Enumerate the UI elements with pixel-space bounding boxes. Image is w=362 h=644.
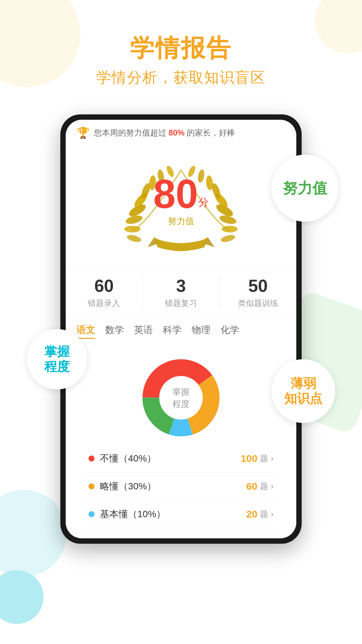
stat-desc-2: 类似题训练	[220, 298, 296, 309]
phone-container: 努力值 掌握 程度 薄弱 知识点 🏆 您本周的努力值超过 80% 的家长，好棒	[44, 114, 318, 544]
score-section: 80分 努力值	[66, 143, 296, 267]
legend-arrow-1: ›	[271, 482, 274, 491]
legend-item-1[interactable]: 略懂（30%） 60 题 ›	[83, 473, 279, 500]
score-number: 80	[153, 171, 198, 216]
tab-english[interactable]: 英语	[134, 324, 153, 339]
main-title: 学情报告	[96, 34, 266, 62]
legend-right-2: 20 题 ›	[246, 508, 274, 520]
legend-item-0[interactable]: 不懂（40%） 100 题 ›	[83, 445, 279, 473]
tab-physics[interactable]: 物理	[192, 324, 210, 339]
legend-left-0: 不懂（40%）	[88, 452, 156, 465]
legend-count-2: 20	[246, 508, 257, 520]
chart-section: 掌握程度 不懂（40%） 100 题 ›	[66, 344, 296, 538]
legend-unit-2: 题	[260, 509, 268, 520]
stats-row: 60 错题录入 3 错题复习 50 类似题训练	[66, 267, 296, 315]
phone-screen: 🏆 您本周的努力值超过 80% 的家长，好棒	[66, 120, 296, 538]
stat-number-2: 50	[220, 276, 296, 296]
legend-arrow-2: ›	[271, 509, 274, 519]
tab-chemistry[interactable]: 化学	[221, 324, 239, 339]
tab-math[interactable]: 数学	[105, 324, 124, 339]
donut-center-label: 掌握程度	[172, 386, 190, 410]
legend-item-2[interactable]: 基本懂（10%） 20 题 ›	[83, 500, 279, 528]
stat-similar-practice: 50 类似题训练	[220, 276, 296, 309]
legend-right-0: 100 题 ›	[241, 453, 274, 464]
sub-title: 学情分析，获取知识盲区	[96, 68, 266, 88]
stat-wrong-review: 3 错题复习	[143, 276, 220, 309]
phone-frame: 🏆 您本周的努力值超过 80% 的家长，好棒	[60, 114, 302, 544]
legend-label-2: 基本懂（10%）	[100, 508, 166, 521]
float-label-weak: 薄弱 知识点	[272, 359, 335, 423]
legend-unit-1: 题	[260, 481, 268, 492]
notification-text: 您本周的努力值超过 80% 的家长，好棒	[94, 127, 235, 138]
tab-chinese[interactable]: 语文	[76, 324, 95, 339]
stat-desc-0: 错题录入	[66, 298, 142, 309]
score-label: 努力值	[153, 215, 208, 227]
title-section: 学情报告 学情分析，获取知识盲区	[96, 34, 266, 88]
legend-label-1: 略懂（30%）	[100, 480, 156, 493]
donut-chart: 掌握程度	[134, 351, 228, 445]
legend-dot-1	[88, 483, 95, 489]
laurel-container: 80分 努力值	[121, 150, 241, 257]
legend-arrow-0: ›	[271, 454, 274, 463]
legend-count-1: 60	[246, 481, 257, 492]
float-label-mastery: 掌握 程度	[27, 329, 87, 389]
legend-unit-0: 题	[260, 453, 268, 464]
legend-right-1: 60 题 ›	[246, 481, 274, 492]
stat-wrong-entry: 60 错题录入	[66, 276, 143, 309]
stat-number-1: 3	[143, 276, 220, 296]
svg-point-17	[220, 234, 236, 244]
legend-count-0: 100	[241, 453, 257, 464]
score-display: 80分 努力值	[153, 174, 208, 227]
tab-science[interactable]: 科学	[163, 324, 182, 339]
page-content: 学情报告 学情分析，获取知识盲区 努力值 掌握 程度 薄弱 知识点 🏆 您本周的…	[0, 0, 362, 544]
legend-dot-2	[88, 511, 95, 517]
legend-section: 不懂（40%） 100 题 › 略懂（30%）	[76, 445, 286, 528]
notification-bar: 🏆 您本周的努力值超过 80% 的家长，好棒	[66, 120, 296, 143]
score-unit: 分	[198, 196, 209, 208]
svg-point-8	[126, 234, 142, 244]
bg-decoration-bottom-left2	[0, 570, 44, 624]
trophy-icon: 🏆	[76, 126, 90, 139]
subject-tabs: 语文 数学 英语 科学 物理 化学	[66, 315, 296, 344]
stat-desc-1: 错题复习	[143, 298, 220, 309]
legend-left-1: 略懂（30%）	[88, 480, 156, 493]
legend-left-2: 基本懂（10%）	[88, 508, 166, 521]
float-label-effort: 努力值	[272, 155, 339, 222]
stat-number-0: 60	[66, 276, 142, 296]
legend-dot-0	[88, 455, 95, 462]
legend-label-0: 不懂（40%）	[100, 452, 156, 465]
